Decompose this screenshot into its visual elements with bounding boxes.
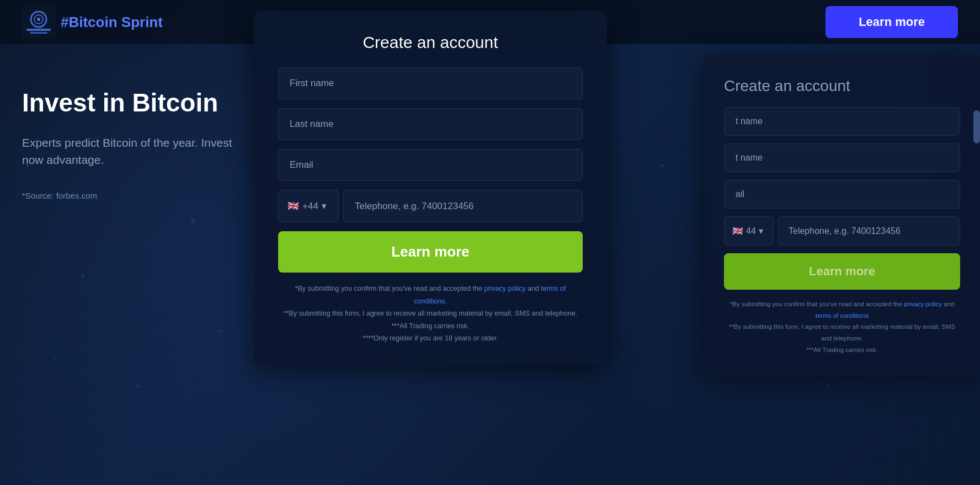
right-phone-code: 44 <box>746 226 756 236</box>
phone-code: +44 <box>302 201 318 212</box>
email-input[interactable] <box>278 149 583 181</box>
form-title: Create an account <box>278 33 583 52</box>
svg-line-6 <box>55 276 83 359</box>
phone-input[interactable] <box>343 190 583 222</box>
right-chevron-down-icon: ▾ <box>759 226 763 236</box>
disclaimer-line-3: ***All Trading carries risk. <box>391 322 469 330</box>
right-terms-link[interactable]: terms of conditions <box>816 312 869 319</box>
last-name-input[interactable] <box>278 108 583 140</box>
svg-line-7 <box>193 221 221 331</box>
svg-point-20 <box>81 274 84 278</box>
phone-country-selector[interactable]: 🇬🇧 +44 ▾ <box>278 190 339 222</box>
right-disclaimer-text: *By submitting you confirm that you've r… <box>724 299 960 355</box>
right-phone-input[interactable] <box>778 216 960 246</box>
logo-text: #Bitcoin Sprint <box>61 14 163 31</box>
disclaimer-line-2: **By submitting this form, I agree to re… <box>284 310 577 317</box>
first-name-input[interactable] <box>278 67 583 99</box>
svg-rect-36 <box>26 29 51 31</box>
svg-point-24 <box>136 385 140 388</box>
logo: #Bitcoin Sprint <box>22 6 163 39</box>
right-flag-icon: 🇬🇧 <box>732 226 743 236</box>
svg-point-29 <box>826 385 829 388</box>
right-submit-learn-more-button[interactable]: Learn more <box>724 253 960 290</box>
svg-point-22 <box>219 329 222 333</box>
svg-point-35 <box>37 18 40 21</box>
hero-subtitle: Experts predict Bitcoin of the year. Inv… <box>22 134 254 169</box>
disclaimer-line-4: ****Only register if you are 18 years or… <box>363 334 498 342</box>
right-phone-country-selector[interactable]: 🇬🇧 44 ▾ <box>724 216 774 246</box>
right-phone-row: 🇬🇧 44 ▾ <box>724 216 960 246</box>
phone-row: 🇬🇧 +44 ▾ <box>278 190 583 222</box>
privacy-policy-link[interactable]: privacy policy <box>484 285 525 292</box>
main-registration-form: Create an account 🇬🇧 +44 ▾ Learn more *B… <box>254 11 607 365</box>
logo-text-label: #Bitcoin Sprint <box>61 14 163 30</box>
svg-rect-37 <box>30 32 47 34</box>
right-last-name-input[interactable] <box>724 143 960 172</box>
scrollbar[interactable] <box>973 110 980 143</box>
right-disclaimer-line-1: *By submitting you confirm that you've r… <box>730 301 955 319</box>
secondary-registration-form: Create an account 🇬🇧 44 ▾ Learn more *By… <box>704 55 980 375</box>
right-disclaimer-line-3: ***All Trading carries risk. <box>806 347 878 353</box>
svg-point-25 <box>661 164 664 167</box>
right-privacy-policy-link[interactable]: privacy policy <box>904 301 942 307</box>
svg-point-19 <box>191 218 195 223</box>
right-email-input[interactable] <box>724 180 960 209</box>
flag-icon: 🇬🇧 <box>287 200 299 212</box>
svg-line-9 <box>138 331 221 386</box>
svg-point-21 <box>164 82 167 84</box>
hero-source: *Source: forbes.com <box>22 191 254 200</box>
disclaimer-line-1: *By submitting you confirm that you've r… <box>295 285 566 305</box>
chevron-down-icon: ▾ <box>322 200 327 212</box>
right-disclaimer-line-2: **By submitting this form, I agree to re… <box>729 323 955 342</box>
hero-section: Invest in Bitcoin Experts predict Bitcoi… <box>22 88 254 200</box>
logo-icon <box>22 6 55 39</box>
right-form-title: Create an account <box>724 77 960 95</box>
disclaimer-text: *By submitting you confirm that you've r… <box>278 283 583 345</box>
svg-line-8 <box>55 359 138 386</box>
right-first-name-input[interactable] <box>724 107 960 136</box>
header-learn-more-button[interactable]: Learn more <box>825 6 958 38</box>
svg-line-2 <box>83 221 193 276</box>
submit-learn-more-button[interactable]: Learn more <box>278 231 583 273</box>
svg-point-23 <box>54 358 56 360</box>
hero-title: Invest in Bitcoin <box>22 88 254 118</box>
